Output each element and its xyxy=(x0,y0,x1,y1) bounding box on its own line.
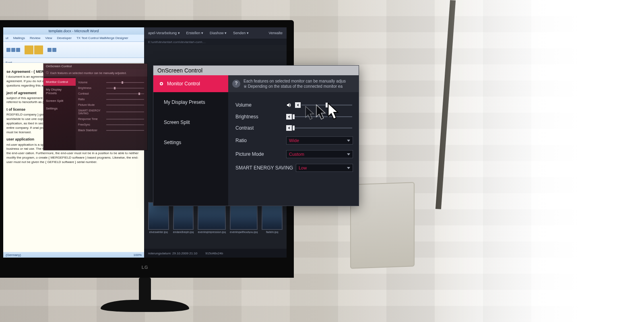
word-ribbon-tabs: ut Mailings Review View Developer TX Tex… xyxy=(3,35,144,42)
photo-manager-menu: apel-Verarbeitung ▾ Erstellen ▾ Diashow … xyxy=(144,27,287,39)
word-tab[interactable]: ut xyxy=(3,35,11,41)
info-line: Each features on selected monitor can be… xyxy=(244,78,346,84)
status-dimensions: 915d48x24b xyxy=(205,252,223,255)
decrement-button[interactable] xyxy=(286,114,292,120)
word-tab[interactable]: View xyxy=(43,35,54,41)
info-line: ※ Depending on the status of the connect… xyxy=(244,84,346,89)
monitor-stand xyxy=(101,278,189,322)
status-zoom: 100% xyxy=(134,253,142,257)
decrement-button[interactable] xyxy=(295,102,301,108)
control-ratio: Ratio Wide xyxy=(235,136,353,144)
sidebar-item-presets[interactable]: My Display Presets xyxy=(153,92,228,112)
menu-item[interactable]: Verwalte xyxy=(268,31,283,35)
photo-manager-path: E:\unit\deviantart.com\deviantart-com\… xyxy=(144,39,287,45)
decrement-button[interactable] xyxy=(286,125,292,131)
status-modified: nderungsdatum: 29.10.2009 21:10 xyxy=(148,252,197,255)
contrast-slider[interactable] xyxy=(286,125,353,131)
main-panel: ? Each features on selected monitor can … xyxy=(228,75,359,206)
thumbnail[interactable]: endandbegin.jpg xyxy=(173,202,194,233)
ratio-select[interactable]: Wide xyxy=(286,136,353,144)
control-label: Picture Mode xyxy=(235,151,286,157)
thumbnail[interactable]: elveswinter.jpg xyxy=(148,202,169,233)
control-label: Brightness xyxy=(235,114,286,120)
onscreen-control-window: OnScreen Control Monitor Control My Disp… xyxy=(153,65,359,206)
sidebar-item-presets[interactable]: My Display Presets xyxy=(43,86,76,97)
controls-panel: Volume Brightness Contrast Ratio Picture… xyxy=(76,76,147,150)
sidebar-item-settings[interactable]: Settings xyxy=(153,132,228,153)
sidebar-item-monitor-control[interactable]: Monitor Control xyxy=(43,78,76,86)
sidebar: Monitor Control My Display Presets Scree… xyxy=(153,75,228,206)
slider-handle[interactable] xyxy=(293,114,295,119)
info-banner: ? Each features on selected monitor can … xyxy=(228,75,359,92)
chevron-down-icon xyxy=(347,167,350,169)
menu-item[interactable]: Erstellen ▾ xyxy=(186,31,204,35)
word-ruler: Font xyxy=(3,58,144,63)
word-ribbon xyxy=(3,42,144,58)
volume-slider[interactable] xyxy=(295,102,353,108)
control-label: Volume xyxy=(235,102,286,108)
control-brightness: Brightness xyxy=(235,114,353,120)
slider-track[interactable] xyxy=(293,116,352,117)
sidebar-item-label: Monitor Control xyxy=(167,81,200,87)
word-titlebar: template.docx - Microsoft Word xyxy=(3,27,144,35)
control-label: Contrast xyxy=(235,125,286,131)
slider-handle[interactable] xyxy=(293,126,295,130)
control-label: SMART ENERGY SAVING xyxy=(235,165,296,171)
laptop-prop xyxy=(350,182,415,269)
info-banner: ⓘEach features on selected monitor can b… xyxy=(43,69,147,76)
control-label: Ratio xyxy=(235,138,286,143)
sidebar-item-settings[interactable]: Settings xyxy=(43,105,76,112)
radio-dot-icon xyxy=(160,82,163,85)
sidebar-item-monitor-control[interactable]: Monitor Control xyxy=(153,75,228,92)
window-title: OnScreen Control xyxy=(43,64,147,69)
chevron-down-icon xyxy=(347,153,350,155)
word-tab[interactable]: Review xyxy=(27,35,43,41)
menu-item[interactable]: Diashow ▾ xyxy=(210,31,227,35)
thumbnail[interactable]: eveningimpression.jpg xyxy=(198,202,226,233)
onscreen-control-small: OnScreen Control ⓘEach features on selec… xyxy=(43,64,147,150)
sidebar-item-screen-split[interactable]: Screen Split xyxy=(43,97,76,105)
word-tab[interactable]: TX Text Control MailMerge Designer xyxy=(74,35,131,41)
slider-track[interactable] xyxy=(293,128,352,128)
speaker-icon[interactable] xyxy=(286,102,293,108)
sidebar: Monitor Control My Display Presets Scree… xyxy=(43,76,76,150)
menu-item[interactable]: apel-Verarbeitung ▾ xyxy=(148,31,180,35)
monitor-logo: LG xyxy=(142,265,148,270)
select-value: Low xyxy=(299,165,307,170)
smart-energy-select[interactable]: Low xyxy=(296,164,353,172)
control-picture-mode: Picture Mode Custom xyxy=(235,150,353,158)
thumbnail[interactable]: eveningwithoutyou.jpg xyxy=(230,202,258,233)
select-value: Wide xyxy=(289,138,299,143)
word-tab[interactable]: Mailings xyxy=(11,35,27,41)
picture-mode-select[interactable]: Custom xyxy=(286,150,353,158)
menu-item[interactable]: Senden ▾ xyxy=(233,31,249,35)
window-title: OnScreen Control xyxy=(153,66,359,75)
slider-track[interactable] xyxy=(301,105,352,105)
photo-manager-status: nderungsdatum: 29.10.2009 21:10 915d48x2… xyxy=(144,249,287,258)
help-icon: ? xyxy=(232,80,240,88)
control-volume: Volume xyxy=(235,102,353,108)
brightness-slider[interactable] xyxy=(286,114,353,120)
slider-handle[interactable] xyxy=(326,103,328,107)
thumbnail[interactable]: fadein.jpg xyxy=(262,202,283,233)
control-smart-energy: SMART ENERGY SAVING Low xyxy=(235,164,353,172)
status-language: (Germany) xyxy=(6,253,21,257)
controls-list: Volume Brightness xyxy=(228,92,359,206)
word-tab[interactable]: Developer xyxy=(54,35,74,41)
select-value: Custom xyxy=(289,152,304,157)
control-contrast: Contrast xyxy=(235,125,353,131)
word-statusbar: (Germany) 100% xyxy=(3,252,144,258)
sidebar-item-screen-split[interactable]: Screen Split xyxy=(153,112,228,132)
chevron-down-icon xyxy=(347,140,350,142)
thumbnail-strip: elveswinter.jpg endandbegin.jpg eveningi… xyxy=(148,202,283,233)
